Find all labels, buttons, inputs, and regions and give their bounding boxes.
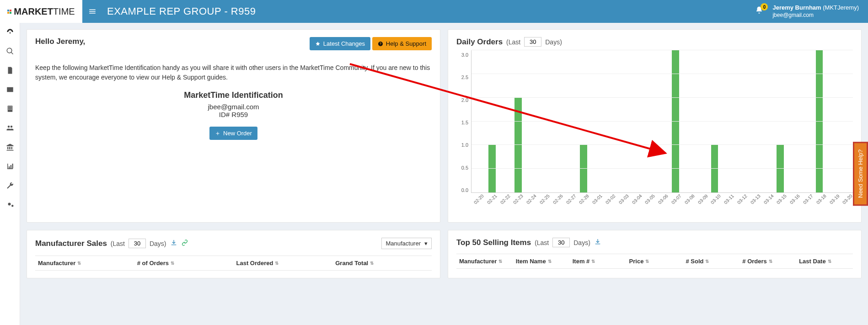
notification-count-badge: 0 — [761, 3, 768, 11]
chart-bar[interactable] — [672, 50, 679, 192]
top-items-panel: Top 50 Selling Items (Last Days) Manufac… — [448, 230, 862, 278]
daily-orders-title: Daily Orders — [456, 37, 503, 47]
notifications-button[interactable]: 0 — [755, 6, 763, 16]
logo-dots-icon — [7, 10, 11, 14]
table-column-header[interactable]: Item #⇅ — [570, 254, 627, 268]
daily-orders-panel: Daily Orders (Last Days) 3.02.52.01.51.0… — [448, 29, 862, 223]
mfr-sales-table-header: Manufacturer⇅# of Orders⇅Last Ordered⇅Gr… — [35, 256, 432, 271]
chart-bar[interactable] — [488, 145, 496, 192]
daily-orders-sub-prefix: (Last — [506, 38, 520, 46]
user-name: Jeremy Burnham — [772, 4, 821, 11]
page-content: Hello Jeremy, Latest Changes Help & Supp… — [20, 23, 868, 285]
manufacturer-select-label: Manufacturer — [386, 240, 421, 247]
help-support-button[interactable]: Help & Support — [372, 37, 432, 50]
table-column-header[interactable]: Last Date⇅ — [796, 254, 853, 268]
rep-group-title: EXAMPLE REP GROUP - R959 — [107, 5, 256, 17]
chart-bar[interactable] — [816, 50, 823, 192]
chart-bar[interactable] — [777, 145, 784, 192]
welcome-body: Keep the following MarketTime Identifica… — [35, 63, 432, 82]
nav-search-icon[interactable] — [5, 47, 15, 56]
left-sidebar — [0, 23, 20, 285]
link-icon[interactable] — [181, 239, 188, 248]
download-icon[interactable] — [170, 239, 177, 248]
mfr-sales-sub-prefix: (Last — [111, 240, 125, 247]
chart-xaxis: 02-2002-2102-2202-2302-2402-2502-2602-27… — [471, 193, 853, 215]
daily-orders-sub-suffix: Days) — [545, 38, 562, 46]
top-items-title: Top 50 Selling Items — [456, 238, 531, 247]
table-column-header[interactable]: # of Orders⇅ — [134, 256, 234, 270]
chart-yaxis: 3.02.52.01.51.00.50.0 — [456, 50, 471, 215]
hello-text: Hello Jeremy, — [35, 37, 85, 46]
nav-bank-icon[interactable] — [5, 143, 15, 152]
brand-logo[interactable]: MARKETTIME — [0, 0, 82, 23]
nav-chart-icon[interactable] — [5, 162, 15, 171]
brand-suffix: TIME — [53, 6, 75, 16]
chart-bar[interactable] — [580, 145, 587, 192]
table-column-header[interactable]: Grand Total⇅ — [332, 256, 432, 270]
identification-title: MarketTime Identification — [35, 91, 432, 100]
new-order-label: New Order — [223, 130, 252, 137]
table-column-header[interactable]: # Orders⇅ — [739, 254, 796, 268]
table-column-header[interactable]: # Sold⇅ — [683, 254, 739, 268]
identification-number: ID# R959 — [35, 111, 432, 118]
nav-wrench-icon[interactable] — [5, 181, 15, 190]
table-column-header[interactable]: Item Name⇅ — [513, 254, 570, 268]
nav-users-icon[interactable] — [5, 123, 15, 133]
chart-bars — [472, 50, 853, 192]
nav-gears-icon[interactable] — [5, 200, 15, 209]
top-bar: MARKETTIME EXAMPLE REP GROUP - R959 0 Je… — [0, 0, 868, 23]
user-menu[interactable]: Jeremy Burnham (MKTJeremy) jbee@gmail.co… — [772, 4, 859, 19]
top-items-sub-prefix: (Last — [535, 239, 549, 246]
manufacturer-select[interactable]: Manufacturer ▾ — [381, 238, 432, 249]
table-column-header[interactable]: Price⇅ — [627, 254, 683, 268]
table-column-header[interactable]: Last Ordered⇅ — [234, 256, 333, 270]
nav-card-icon[interactable] — [5, 85, 15, 94]
latest-changes-label: Latest Changes — [323, 40, 365, 47]
top-items-table-header: Manufacturer⇅Item Name⇅Item #⇅Price⇅# So… — [456, 254, 853, 269]
top-items-sub-suffix: Days) — [573, 239, 590, 246]
chart-bar[interactable] — [711, 145, 718, 192]
manufacturer-sales-panel: Manufacturer Sales (Last Days) Manufactu… — [27, 230, 440, 278]
nav-building-icon[interactable] — [5, 104, 15, 113]
user-alias: (MKTJeremy) — [823, 4, 859, 11]
table-column-header[interactable]: Manufacturer⇅ — [456, 254, 513, 268]
download-icon[interactable] — [594, 238, 601, 247]
user-email: jbee@gmail.com — [772, 12, 859, 19]
mfr-sales-sub-suffix: Days) — [150, 240, 166, 247]
latest-changes-button[interactable]: Latest Changes — [310, 37, 370, 50]
top-items-days-input[interactable] — [552, 238, 570, 247]
brand-prefix: MARKET — [14, 6, 53, 16]
daily-orders-days-input[interactable] — [524, 37, 541, 47]
help-support-label: Help & Support — [386, 40, 426, 47]
table-column-header[interactable]: Manufacturer⇅ — [35, 256, 134, 270]
menu-toggle-button[interactable] — [82, 7, 102, 16]
welcome-panel: Hello Jeremy, Latest Changes Help & Supp… — [27, 29, 440, 223]
mfr-sales-days-input[interactable] — [129, 239, 146, 248]
need-help-tab[interactable]: Need Some Help? — [853, 142, 868, 206]
new-order-button[interactable]: New Order — [209, 127, 257, 140]
identification-email: jbee@gmail.com — [35, 103, 432, 111]
nav-document-icon[interactable] — [5, 66, 15, 75]
chart-plot-area — [471, 50, 853, 193]
mfr-sales-title: Manufacturer Sales — [35, 239, 107, 248]
chevron-down-icon: ▾ — [424, 240, 428, 247]
daily-orders-chart: 3.02.52.01.51.00.50.0 02-2002-2102-2202-… — [456, 50, 853, 215]
nav-dashboard-icon[interactable] — [5, 27, 15, 37]
